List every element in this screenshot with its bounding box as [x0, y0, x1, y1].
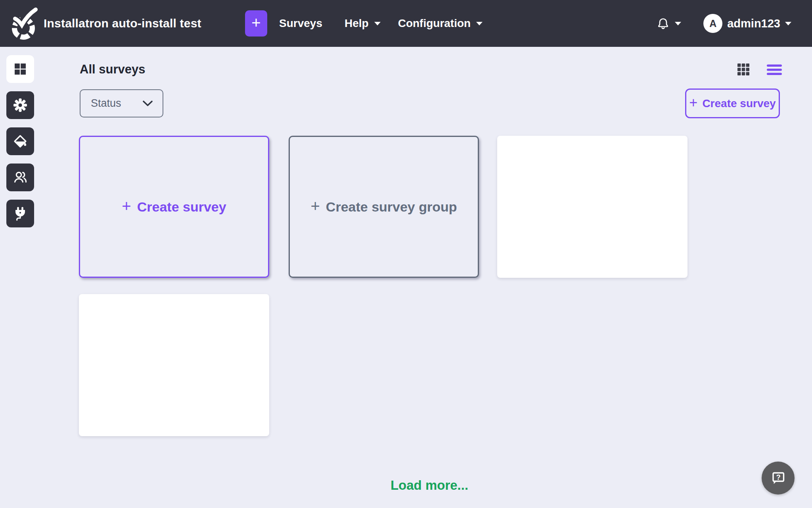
paint-bucket-icon	[13, 134, 27, 148]
plus-icon: +	[122, 197, 131, 215]
avatar-initial: A	[709, 18, 716, 29]
plug-icon	[13, 206, 27, 221]
bell-icon	[658, 17, 668, 29]
caret-down-icon	[374, 22, 381, 25]
username: admin123	[727, 17, 780, 30]
gear-icon	[13, 98, 27, 112]
create-survey-card-text: Create survey	[137, 199, 226, 215]
create-survey-group-card-text: Create survey group	[326, 199, 457, 215]
grid-view-toggle[interactable]	[737, 63, 750, 77]
notifications-button[interactable]	[658, 17, 681, 29]
sidebar-item-settings[interactable]	[6, 91, 34, 119]
create-survey-group-card[interactable]: + Create survey group	[289, 136, 479, 278]
create-survey-card[interactable]: + Create survey	[79, 136, 269, 278]
sidebar-item-surveys[interactable]	[6, 55, 34, 83]
user-menu[interactable]: A admin123	[703, 14, 791, 33]
caret-down-icon	[476, 22, 483, 25]
survey-card-placeholder[interactable]	[497, 136, 688, 278]
chevron-down-icon	[142, 100, 153, 107]
status-filter-label: Status	[91, 97, 121, 110]
plus-icon: +	[310, 197, 320, 215]
sidebar-item-themes[interactable]	[6, 127, 34, 155]
navbar-right: A admin123	[658, 0, 791, 47]
nav-item-configuration[interactable]: Configuration	[398, 17, 483, 30]
sidebar-item-users[interactable]	[6, 164, 34, 191]
main-nav: + Surveys Help Configuration	[245, 0, 483, 47]
help-button[interactable]: ?	[762, 462, 795, 495]
grid-icon	[13, 62, 27, 76]
load-more-link[interactable]: Load more...	[391, 478, 468, 493]
create-survey-button-label: Create survey	[702, 97, 776, 110]
page-title: All surveys	[80, 62, 145, 77]
create-survey-button[interactable]: + Create survey	[685, 89, 780, 118]
users-icon	[13, 171, 27, 184]
svg-text:?: ?	[776, 473, 780, 481]
question-bubble-icon: ?	[770, 470, 787, 487]
nav-help-label: Help	[345, 17, 369, 30]
brand[interactable]: Installatron auto-install test	[11, 0, 201, 47]
caret-down-icon	[675, 22, 681, 25]
caret-down-icon	[785, 22, 791, 25]
nav-configuration-label: Configuration	[398, 17, 471, 30]
quick-create-button[interactable]: +	[245, 10, 267, 37]
nav-item-surveys[interactable]: Surveys	[279, 17, 322, 30]
grid-view-icon	[737, 63, 750, 76]
list-view-toggle[interactable]	[766, 64, 782, 77]
avatar: A	[703, 14, 722, 33]
nav-surveys-label: Surveys	[279, 17, 322, 30]
sidebar-item-plugins[interactable]	[6, 200, 34, 227]
plus-icon: +	[689, 94, 697, 111]
create-survey-card-label: + Create survey	[122, 199, 226, 215]
nav-item-help[interactable]: Help	[345, 17, 381, 30]
create-survey-group-card-label: + Create survey group	[310, 199, 457, 215]
site-title: Installatron auto-install test	[44, 17, 201, 30]
survey-card-placeholder[interactable]	[79, 294, 269, 436]
status-filter-dropdown[interactable]: Status	[80, 89, 163, 117]
plus-icon: +	[251, 15, 260, 31]
list-view-icon	[766, 64, 782, 76]
top-navbar: Installatron auto-install test + Surveys…	[0, 0, 812, 47]
limesurvey-logo-icon	[11, 7, 40, 41]
